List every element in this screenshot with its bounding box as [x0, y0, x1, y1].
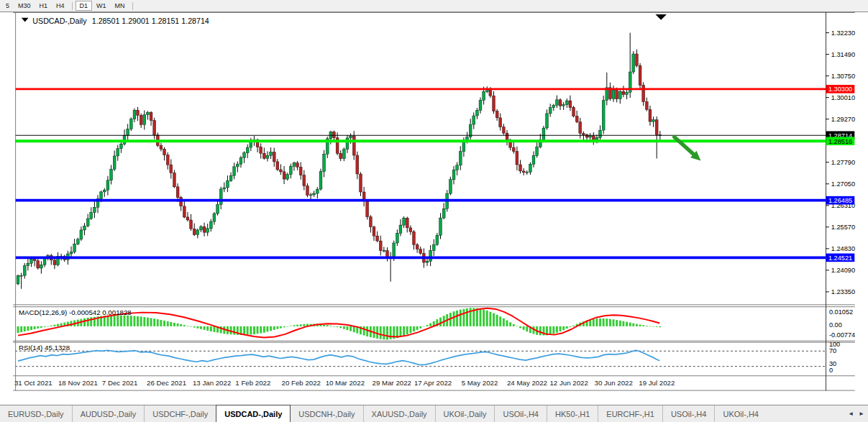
- macd-histogram-bar: [496, 315, 498, 326]
- candle-up: [293, 163, 296, 166]
- macd-histogram-bar: [409, 326, 411, 333]
- price-tick-label: 1.27790: [831, 159, 855, 166]
- candle-down: [153, 121, 156, 135]
- candle-up: [403, 218, 406, 225]
- macd-histogram-bar: [346, 326, 348, 330]
- candle-up: [90, 213, 93, 219]
- candle-down: [369, 217, 372, 227]
- candle-down: [649, 109, 652, 121]
- date-label: 1 Feb 2022: [235, 379, 270, 387]
- candle-down: [166, 155, 169, 165]
- timeframe-button-m30[interactable]: M30: [14, 1, 35, 11]
- symbol-tab-usdcnh-daily[interactable]: USDCNH-,Daily: [291, 405, 362, 422]
- symbol-tab-usoil-h4[interactable]: USOil-,H4: [494, 405, 547, 422]
- candle-up: [40, 265, 42, 268]
- candle-down: [569, 101, 572, 108]
- timeframe-button-d1[interactable]: D1: [76, 1, 93, 11]
- date-axis[interactable]: 31 Oct 202118 Nov 20217 Dec 202126 Dec 2…: [14, 379, 675, 387]
- macd-histogram-bar: [569, 326, 571, 327]
- macd-histogram-bar: [286, 326, 288, 327]
- candle-up: [110, 169, 113, 180]
- timeframe-button-h4[interactable]: H4: [52, 1, 69, 11]
- candle-up: [442, 208, 445, 218]
- timeframe-button-w1[interactable]: W1: [92, 1, 111, 11]
- macd-histogram-bar: [300, 324, 302, 326]
- symbol-tab-usdchf-daily[interactable]: USDCHF-,Daily: [144, 405, 216, 422]
- symbol-tab-usdcad-daily[interactable]: USDCAD-,Daily: [216, 405, 291, 422]
- symbol-tab-eurusd-daily[interactable]: EURUSD-,Daily: [0, 405, 72, 422]
- timeframe-button-5[interactable]: 5: [1, 1, 14, 11]
- symbol-tab-xauusd-daily[interactable]: XAUUSD-,Daily: [363, 405, 435, 422]
- tab-scroll-right-icon[interactable]: ►: [859, 410, 864, 417]
- candle-up: [127, 129, 129, 136]
- macd-histogram-bar: [556, 326, 558, 333]
- macd-axis-label: 0.01052: [829, 308, 853, 316]
- macd-histogram-bar: [233, 326, 235, 335]
- candle-down: [260, 147, 262, 153]
- candle-down: [406, 218, 408, 228]
- macd-histogram-bar: [106, 316, 109, 326]
- candle-up: [552, 105, 555, 107]
- symbol-tab-usoil-h4[interactable]: USOil-,H4: [662, 405, 715, 422]
- macd-histogram-bar: [150, 318, 152, 326]
- macd-histogram-bar: [549, 326, 552, 334]
- candle-up: [309, 195, 312, 196]
- macd-histogram-bar: [462, 309, 465, 326]
- macd-histogram-bar: [183, 325, 186, 326]
- macd-histogram-bar: [180, 324, 182, 326]
- candle-up: [342, 149, 345, 158]
- candle-down: [582, 134, 585, 135]
- date-label: 30 Jun 2022: [595, 379, 633, 387]
- symbol-tab-ukoil-daily[interactable]: UKOil-,Daily: [435, 405, 495, 422]
- macd-histogram-bar: [559, 326, 562, 331]
- macd-histogram-bar: [629, 323, 631, 326]
- candle-up: [483, 91, 485, 100]
- candle-down: [186, 217, 189, 220]
- symbol-tab-eurchf-h1[interactable]: EURCHF-,H1: [598, 405, 662, 422]
- date-label: 10 Mar 2022: [326, 379, 365, 387]
- macd-histogram-bar: [386, 326, 388, 340]
- macd-histogram-bar: [380, 326, 382, 339]
- candle-down: [279, 170, 282, 172]
- candle-up: [612, 91, 615, 99]
- candle-up: [143, 115, 146, 125]
- macd-histogram-bar: [24, 326, 26, 331]
- candle-up: [113, 156, 116, 169]
- macd-histogram-bar: [196, 326, 198, 329]
- macd-histogram-bar: [243, 326, 245, 335]
- candle-down: [299, 167, 302, 175]
- macd-histogram-bar: [273, 326, 275, 330]
- macd-histogram-bar: [213, 326, 215, 332]
- timeframe-button-h1[interactable]: H1: [35, 1, 52, 11]
- candle-down: [170, 165, 173, 173]
- symbol-tab-audusd-daily[interactable]: AUDUSD-,Daily: [72, 405, 145, 422]
- candle-up: [270, 152, 273, 156]
- candle-up: [555, 100, 558, 106]
- candle-up: [546, 114, 549, 128]
- candle-down: [163, 149, 166, 155]
- candle-up: [595, 138, 598, 140]
- price-badge-label: 1.24521: [828, 254, 852, 262]
- candle-up: [229, 175, 232, 180]
- price-badge-label: 1.28516: [828, 138, 852, 145]
- symbol-tab-ukoil-h4[interactable]: UKOil-,H4: [714, 405, 767, 422]
- candle-up: [70, 252, 73, 254]
- macd-histogram-bar: [303, 324, 305, 326]
- macd-histogram-bar: [337, 326, 339, 327]
- macd-histogram-bar: [140, 316, 142, 326]
- timeframe-button-mn[interactable]: MN: [111, 1, 129, 11]
- candle-down: [502, 127, 505, 133]
- candle-up: [346, 138, 349, 150]
- symbol-tab-hk50-h1[interactable]: HK50-,H1: [547, 405, 598, 422]
- macd-histogram-bar: [204, 326, 206, 330]
- tab-scroll-left-icon[interactable]: ◄: [848, 410, 854, 417]
- macd-histogram-bar: [30, 326, 32, 330]
- macd-histogram-bar: [353, 326, 355, 332]
- candle-up: [129, 119, 132, 129]
- macd-histogram-bar: [423, 326, 425, 327]
- candle-up: [86, 219, 89, 226]
- candle-up: [23, 266, 26, 276]
- candle-up: [80, 230, 83, 239]
- candle-up: [146, 112, 149, 114]
- candle-down: [303, 175, 306, 186]
